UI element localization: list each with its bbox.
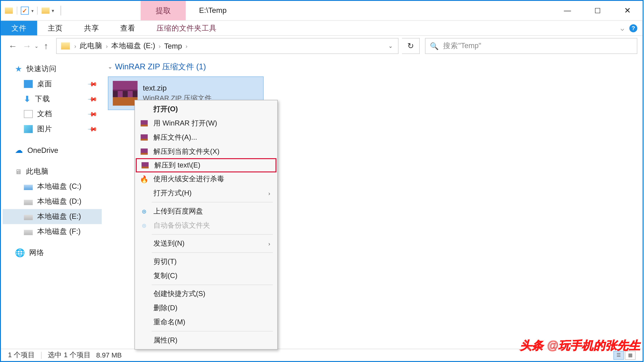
nav-documents[interactable]: 文档📌 <box>2 106 102 121</box>
navigation-pane: ★快速访问 桌面📌 ⬇下载📌 文档📌 图片📌 ☁OneDrive 🖥此电脑 本地… <box>1 55 103 349</box>
nav-quick-access[interactable]: ★快速访问 <box>2 61 102 76</box>
submenu-arrow-icon: › <box>268 240 270 247</box>
context-menu: 打开(O) 用 WinRAR 打开(W) 解压文件(A)... 解压到当前文件夹… <box>134 100 278 350</box>
nav-label: 本地磁盘 (E:) <box>37 212 81 221</box>
tab-home[interactable]: 主页 <box>37 21 74 35</box>
address-dropdown-icon[interactable]: ⌄ <box>385 43 396 49</box>
chevron-down-icon: ⌄ <box>108 64 112 70</box>
tab-file[interactable]: 文件 <box>1 21 37 35</box>
nav-label: OneDrive <box>27 146 58 154</box>
menu-extract-here[interactable]: 解压到当前文件夹(X) <box>136 144 276 159</box>
qat-dropdown-icon[interactable]: ▾ <box>52 8 54 13</box>
menu-open-with[interactable]: 打开方式(H)› <box>136 186 276 200</box>
properties-qat-icon[interactable]: ✓ <box>21 6 29 14</box>
fire-icon: 🔥 <box>140 175 148 183</box>
menu-label: 使用火绒安全进行杀毒 <box>154 174 224 184</box>
folder-icon <box>41 6 50 15</box>
back-button[interactable]: ← <box>6 39 19 52</box>
cloud-icon: ☁ <box>15 145 23 155</box>
status-selected: 选中 1 个项目 <box>48 351 91 360</box>
watermark: 头条 @玩手机的张先生 <box>520 338 640 353</box>
nav-label: 下载 <box>35 94 50 104</box>
nav-drive-d[interactable]: 本地磁盘 (D:) <box>2 194 102 209</box>
up-button[interactable]: ↑ <box>39 39 52 52</box>
menu-open-winrar[interactable]: 用 WinRAR 打开(W) <box>136 116 276 130</box>
menu-label: 解压到当前文件夹(X) <box>154 147 220 156</box>
ribbon-expand-icon[interactable]: ⌵ <box>620 24 624 31</box>
menu-label: 自动备份该文件夹 <box>154 221 210 230</box>
pin-icon: 📌 <box>88 79 98 89</box>
menu-label: 上传到百度网盘 <box>154 207 203 216</box>
menu-label: 解压文件(A)... <box>154 133 197 142</box>
menu-cut[interactable]: 剪切(T) <box>136 255 276 269</box>
chevron-right-icon[interactable]: › <box>157 43 162 49</box>
history-dropdown-icon[interactable]: ⌄ <box>34 43 38 49</box>
tab-compressed-tools[interactable]: 压缩的文件夹工具 <box>146 21 227 35</box>
quick-access-toolbar: ✓ ▾ ▾ <box>1 1 65 20</box>
folder-icon <box>4 6 13 15</box>
nav-downloads[interactable]: ⬇下载📌 <box>2 91 102 106</box>
window-title: E:\Temp <box>186 1 227 20</box>
menu-rename[interactable]: 重命名(M) <box>136 315 276 329</box>
contextual-tab-label: 提取 <box>141 1 186 20</box>
menu-upload-baidu[interactable]: ⊛上传到百度网盘 <box>136 204 276 218</box>
tab-share[interactable]: 共享 <box>74 21 110 35</box>
nav-this-pc[interactable]: 🖥此电脑 <box>2 164 102 179</box>
nav-network[interactable]: 🌐网络 <box>2 245 102 260</box>
desktop-icon <box>24 80 33 88</box>
forward-button[interactable]: → <box>20 39 34 52</box>
nav-drive-e[interactable]: 本地磁盘 (E:) <box>2 209 102 224</box>
group-title: WinRAR ZIP 压缩文件 (1) <box>115 61 206 72</box>
drive-icon <box>24 200 33 205</box>
winrar-icon <box>140 134 148 141</box>
menu-extract-files[interactable]: 解压文件(A)... <box>136 130 276 144</box>
menu-copy[interactable]: 复制(C) <box>136 269 276 283</box>
drive-icon <box>24 185 33 190</box>
winrar-icon <box>140 119 148 127</box>
menu-huorong-scan[interactable]: 🔥使用火绒安全进行杀毒 <box>136 172 276 186</box>
menu-delete[interactable]: 删除(D) <box>136 301 276 315</box>
chevron-right-icon[interactable]: › <box>104 43 110 49</box>
nav-label: 网络 <box>29 248 44 258</box>
menu-send-to[interactable]: 发送到(N)› <box>136 237 276 251</box>
refresh-button[interactable]: ↻ <box>402 38 420 54</box>
nav-pictures[interactable]: 图片📌 <box>2 121 102 136</box>
address-bar[interactable]: › 此电脑 › 本地磁盘 (E:) › Temp › ⌄ <box>56 38 398 54</box>
search-placeholder: 搜索"Temp" <box>443 41 481 51</box>
tab-view[interactable]: 查看 <box>110 21 146 35</box>
file-name: text.zip <box>143 84 212 93</box>
nav-label: 本地磁盘 (F:) <box>37 227 81 236</box>
nav-label: 桌面 <box>37 79 52 89</box>
winrar-icon <box>113 81 138 106</box>
nav-drive-c[interactable]: 本地磁盘 (C:) <box>2 179 102 194</box>
menu-open[interactable]: 打开(O) <box>136 102 276 116</box>
title-bar: ✓ ▾ ▾ 提取 E:\Temp — ☐ ✕ <box>1 1 642 21</box>
menu-properties[interactable]: 属性(R) <box>136 333 276 347</box>
menu-extract-to-folder[interactable]: 解压到 text\(E) <box>136 158 276 172</box>
chevron-right-icon[interactable]: › <box>72 43 78 49</box>
crumb-folder[interactable]: Temp <box>162 42 184 50</box>
chevron-down-icon[interactable]: ▾ <box>32 8 34 13</box>
maximize-button[interactable]: ☐ <box>582 1 612 20</box>
close-button[interactable]: ✕ <box>612 1 643 20</box>
nav-drive-f[interactable]: 本地磁盘 (F:) <box>2 224 102 239</box>
nav-onedrive[interactable]: ☁OneDrive <box>2 143 102 158</box>
status-item-count: 1 个项目 <box>8 351 35 360</box>
pin-icon: 📌 <box>88 94 98 104</box>
search-input[interactable]: 🔍 搜索"Temp" <box>425 38 638 54</box>
pin-icon: 📌 <box>88 124 98 134</box>
minimize-button[interactable]: — <box>552 1 582 20</box>
crumb-pc[interactable]: 此电脑 <box>78 41 104 51</box>
nav-label: 本地磁盘 (D:) <box>37 197 82 206</box>
document-icon <box>24 110 33 118</box>
nav-label: 文档 <box>37 109 52 119</box>
help-icon[interactable]: ? <box>629 24 637 32</box>
group-header[interactable]: ⌄ WinRAR ZIP 压缩文件 (1) <box>108 61 638 72</box>
download-icon: ⬇ <box>24 94 30 104</box>
navigation-row: ← → ⌄ ↑ › 此电脑 › 本地磁盘 (E:) › Temp › ⌄ ↻ 🔍… <box>1 37 642 55</box>
menu-create-shortcut[interactable]: 创建快捷方式(S) <box>136 287 276 301</box>
crumb-drive[interactable]: 本地磁盘 (E:) <box>110 41 157 51</box>
nav-desktop[interactable]: 桌面📌 <box>2 76 102 91</box>
chevron-right-icon[interactable]: › <box>184 43 189 49</box>
menu-label: 解压到 text\(E) <box>154 161 200 170</box>
